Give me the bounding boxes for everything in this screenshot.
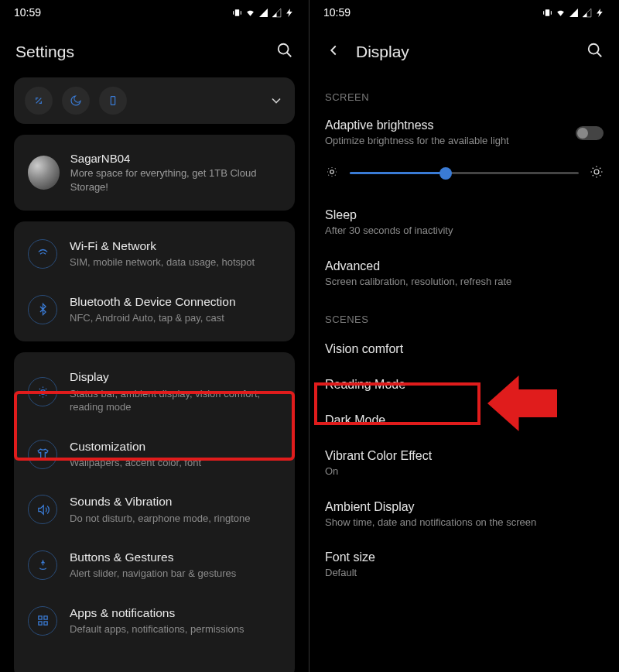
row-sub: Show time, date and notifications on the… <box>325 516 604 530</box>
apps-row[interactable]: Apps & notifications Default apps, notif… <box>14 593 295 649</box>
row-title: Reading Mode <box>325 378 604 392</box>
avatar <box>28 156 60 190</box>
row-sub: On <box>325 465 604 478</box>
row-title: Bluetooth & Device Connection <box>70 294 236 310</box>
row-sub: NFC, Android Auto, tap & pay, cast <box>70 311 236 325</box>
signal-icon <box>582 8 592 18</box>
status-time: 10:59 <box>14 6 41 19</box>
page-header: Display <box>310 23 619 77</box>
status-bar: 10:59 <box>0 0 309 23</box>
page-title: Display <box>356 43 409 61</box>
font-size-row[interactable]: Font size Default <box>310 540 619 591</box>
sleep-row[interactable]: Sleep After 30 seconds of inactivity <box>310 197 619 249</box>
row-title: Apps & notifications <box>70 605 244 621</box>
vibrant-color-row[interactable]: Vibrant Color Effect On <box>310 438 619 489</box>
wifi-row[interactable]: Wi-Fi & Network SIM, mobile network, dat… <box>14 226 295 282</box>
row-sub: Screen calibration, resolution, refresh … <box>325 276 604 289</box>
rotate-icon <box>107 94 119 107</box>
svg-rect-9 <box>38 622 41 625</box>
qs-rotate-toggle[interactable] <box>99 87 127 115</box>
svg-point-14 <box>589 44 599 54</box>
svg-rect-5 <box>111 97 115 105</box>
profile-card[interactable]: SagarNB04 More space for everything, get… <box>14 135 295 211</box>
row-title: Sleep <box>325 208 604 222</box>
network-card: Wi-Fi & Network SIM, mobile network, dat… <box>14 221 295 341</box>
row-title: Ambient Display <box>325 500 604 514</box>
row-title: Adaptive brightness <box>325 118 509 132</box>
vision-comfort-row[interactable]: Vision comfort <box>310 331 619 367</box>
svg-rect-11 <box>545 9 549 16</box>
chevron-left-icon <box>325 42 342 59</box>
sounds-row[interactable]: Sounds & Vibration Do not disturb, earph… <box>14 482 295 537</box>
row-title: Buttons & Gestures <box>70 550 236 565</box>
shirt-icon-circle <box>28 440 57 469</box>
volume-icon-circle <box>28 495 57 524</box>
shirt-icon <box>36 447 50 461</box>
bolt-icon <box>285 8 295 18</box>
row-sub: SIM, mobile network, data usage, hotspot <box>70 255 255 269</box>
ambient-display-row[interactable]: Ambient Display Show time, date and noti… <box>310 489 619 540</box>
bolt-icon <box>595 8 605 18</box>
search-button[interactable] <box>587 42 604 62</box>
brightness-slider[interactable] <box>350 172 579 174</box>
slider-thumb[interactable] <box>439 167 452 180</box>
page-title: Settings <box>15 43 74 61</box>
wifi-icon-circle <box>28 239 57 269</box>
quick-settings-card <box>14 77 295 124</box>
svg-point-17 <box>594 170 599 174</box>
row-title: Display <box>70 369 281 385</box>
expand-button[interactable] <box>268 93 284 108</box>
display-row[interactable]: Display Status bar, ambient display, vis… <box>14 357 295 426</box>
svg-line-15 <box>597 53 602 57</box>
qs-data-toggle[interactable] <box>25 87 53 115</box>
status-icons <box>542 8 605 18</box>
row-sub: Status bar, ambient display, vision comf… <box>70 387 281 414</box>
svg-rect-0 <box>235 9 239 16</box>
gesture-icon-circle <box>28 550 57 580</box>
signal-icon <box>258 8 268 18</box>
svg-rect-10 <box>43 622 46 625</box>
status-time: 10:59 <box>323 6 351 19</box>
svg-point-16 <box>330 170 334 174</box>
wifi-icon <box>245 8 255 18</box>
row-sub: Wallpapers, accent color, font <box>70 456 201 470</box>
brightness-slider-row <box>310 157 619 197</box>
reading-mode-row[interactable]: Reading Mode <box>310 367 619 403</box>
gesture-icon <box>36 558 50 571</box>
row-sub: Alert slider, navigation bar & gestures <box>70 567 236 581</box>
svg-rect-8 <box>43 616 46 619</box>
bluetooth-icon-circle <box>28 295 57 324</box>
adaptive-brightness-toggle[interactable] <box>576 126 604 140</box>
data-icon <box>32 94 45 107</box>
row-title: Wi-Fi & Network <box>70 238 255 254</box>
sun-icon <box>36 386 50 399</box>
profile-name: SagarNB04 <box>70 152 281 165</box>
row-sub: Default <box>325 567 604 580</box>
page-header: Settings <box>0 23 309 77</box>
row-sub: Default apps, notifications, permissions <box>70 622 244 636</box>
status-icons <box>232 8 295 18</box>
advanced-row[interactable]: Advanced Screen calibration, resolution,… <box>310 249 619 300</box>
adaptive-brightness-row[interactable]: Adaptive brightness Optimize brightness … <box>310 109 619 157</box>
section-scenes: SCENES <box>310 300 619 331</box>
row-sub: Optimize brightness for the available li… <box>325 135 509 148</box>
dark-mode-row[interactable]: Dark Mode <box>310 403 619 438</box>
row-sub: After 30 seconds of inactivity <box>325 225 604 238</box>
annotation-arrow-icon <box>487 373 557 434</box>
qs-night-toggle[interactable] <box>62 87 90 115</box>
search-button[interactable] <box>276 42 293 62</box>
row-title: Advanced <box>325 259 604 273</box>
display-screen: 10:59 Display SCREEN Adaptive brightness… <box>310 0 619 672</box>
row-title: Customization <box>70 439 201 454</box>
vibrate-icon <box>542 8 552 18</box>
buttons-row[interactable]: Buttons & Gestures Alert slider, navigat… <box>14 537 295 593</box>
row-title: Font size <box>325 550 604 564</box>
svg-point-3 <box>279 44 289 54</box>
back-button[interactable] <box>325 42 342 62</box>
bluetooth-row[interactable]: Bluetooth & Device Connection NFC, Andro… <box>14 282 295 338</box>
signal-icon <box>569 8 579 18</box>
svg-point-6 <box>40 389 45 394</box>
brightness-low-icon <box>325 165 339 182</box>
search-icon <box>276 42 293 59</box>
customization-row[interactable]: Customization Wallpapers, accent color, … <box>14 427 295 482</box>
